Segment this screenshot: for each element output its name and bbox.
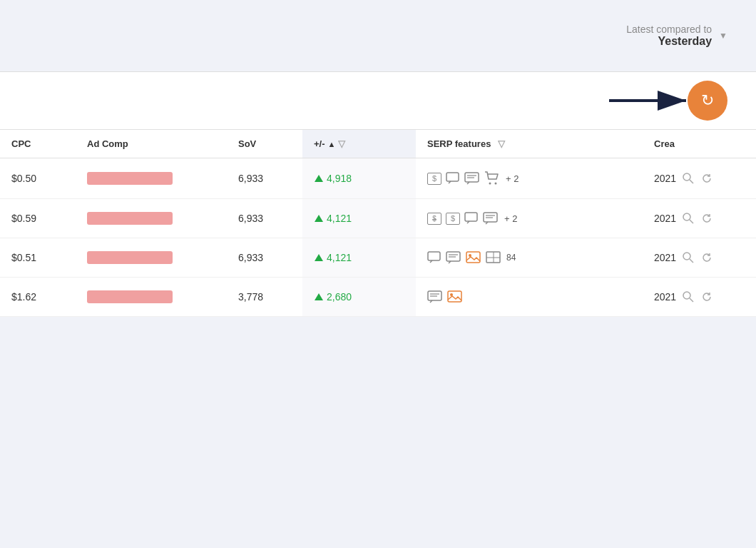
crea-value: 2021 (654, 290, 745, 303)
adcomp-cell (76, 238, 227, 278)
period-text: Yesterday (626, 35, 712, 48)
filter-icon-plusminus[interactable]: ▽ (338, 138, 345, 149)
pointing-arrow (609, 86, 695, 115)
serp-image-icon (447, 290, 463, 303)
serp-icons-group: $$+ 2 (427, 212, 631, 225)
arrow-up-icon (314, 253, 324, 263)
table-section: ↻ CPC Ad Comp SoV +/- ▲ ▽ (0, 71, 756, 317)
svg-line-29 (690, 259, 693, 263)
top-bar: Latest compared to Yesterday ▼ (0, 0, 756, 71)
change-value: 4,121 (314, 252, 404, 263)
svg-line-10 (690, 180, 693, 183)
serp-cell (416, 278, 643, 317)
arrow-container: ↻ (609, 81, 727, 121)
crea-value: 2021 (654, 251, 745, 264)
serp-comment-icon (427, 251, 441, 264)
cpc-cell: $1.62 (0, 278, 76, 317)
search-icon[interactable] (682, 212, 695, 225)
svg-point-36 (683, 292, 690, 299)
crea-year: 2021 (654, 213, 676, 224)
cpc-cell: $0.59 (0, 199, 76, 238)
sov-cell: 6,933 (227, 238, 302, 278)
crea-year: 2021 (654, 173, 676, 184)
change-cell: 4,121 (302, 238, 416, 278)
change-value: 4,121 (314, 213, 404, 224)
serp-comment-icon (464, 212, 479, 225)
svg-marker-30 (315, 293, 323, 300)
adcomp-cell (76, 278, 227, 317)
col-header-plusminus[interactable]: +/- ▲ ▽ (302, 130, 416, 158)
crea-cell: 2021 (643, 278, 756, 317)
svg-point-28 (683, 253, 690, 260)
crea-value: 2021 (654, 212, 745, 225)
serp-dollar-striked-icon: $ (427, 213, 441, 225)
change-cell: 4,918 (302, 158, 416, 199)
arrow-up-icon (314, 173, 324, 183)
change-value: 2,680 (314, 291, 404, 303)
serp-dollar-icon: $ (427, 173, 441, 185)
change-cell: 2,680 (302, 278, 416, 317)
data-table: CPC Ad Comp SoV +/- ▲ ▽ SER (0, 129, 756, 317)
sort-asc-icon[interactable]: ▲ (328, 140, 336, 148)
ad-comp-bar (87, 172, 173, 185)
table-row: $0.59 6,933 4,121 $$+ 2 2021 (0, 199, 756, 238)
serp-comment-lines-icon (464, 172, 480, 185)
svg-rect-12 (465, 213, 477, 221)
table-row: $1.62 3,778 2,680 2021 (0, 278, 756, 317)
cpc-cell: $0.51 (0, 238, 76, 278)
serp-icons-group: $+ 2 (427, 171, 631, 186)
serp-comment-icon (446, 172, 460, 185)
serp-dollar-icon: $ (446, 213, 460, 225)
serp-cell: $$+ 2 (416, 199, 643, 238)
arrow-up-icon (314, 292, 324, 302)
col-header-crea: Crea (643, 130, 756, 158)
sov-cell: 6,933 (227, 199, 302, 238)
svg-marker-18 (315, 254, 323, 261)
refresh-small-icon[interactable] (700, 251, 713, 264)
latest-label: Latest compared to Yesterday (626, 24, 712, 48)
search-icon[interactable] (682, 251, 695, 264)
refresh-small-icon[interactable] (700, 172, 713, 185)
serp-more-badge: + 2 (504, 213, 517, 224)
svg-point-8 (495, 183, 497, 185)
latest-text: Latest compared to (626, 24, 712, 35)
serp-image-grid-icon (486, 251, 501, 264)
ad-comp-bar (87, 290, 173, 303)
adcomp-cell (76, 199, 227, 238)
refresh-small-icon[interactable] (700, 212, 713, 225)
serp-comment-lines-icon (446, 251, 461, 264)
adcomp-cell (76, 158, 227, 199)
svg-rect-34 (448, 291, 461, 302)
ad-comp-bar (87, 212, 173, 225)
serp-icons-group: 84 (427, 251, 631, 264)
svg-point-16 (683, 213, 690, 220)
col-header-serp: SERP features ▽ (416, 130, 643, 158)
col-header-adcomp: Ad Comp (76, 130, 227, 158)
change-value: 4,918 (314, 173, 404, 184)
crea-cell: 2021 (643, 158, 756, 199)
filter-icon-serp[interactable]: ▽ (498, 138, 505, 149)
serp-image-icon (466, 251, 481, 264)
period-dropdown-arrow[interactable]: ▼ (719, 31, 727, 41)
refresh-button[interactable]: ↻ (688, 81, 727, 121)
serp-comment-lines-icon (483, 212, 499, 225)
table-row: $0.50 6,933 4,918 $+ 2 2021 (0, 158, 756, 199)
svg-rect-3 (446, 173, 459, 181)
serp-more-badge: + 2 (506, 173, 519, 184)
change-cell: 4,121 (302, 199, 416, 238)
search-icon[interactable] (682, 172, 695, 185)
sov-cell: 3,778 (227, 278, 302, 317)
serp-icons-group (427, 290, 631, 303)
svg-marker-2 (315, 175, 323, 182)
crea-year: 2021 (654, 252, 676, 263)
search-icon[interactable] (682, 290, 695, 303)
svg-rect-23 (466, 252, 480, 263)
crea-cell: 2021 (643, 199, 756, 238)
serp-cart-icon (484, 171, 500, 186)
svg-point-9 (683, 173, 690, 181)
svg-marker-11 (315, 215, 323, 222)
serp-cell: 84 (416, 238, 643, 278)
refresh-small-icon[interactable] (700, 290, 713, 303)
ad-comp-bar (87, 251, 173, 264)
serp-cell: $+ 2 (416, 158, 643, 199)
